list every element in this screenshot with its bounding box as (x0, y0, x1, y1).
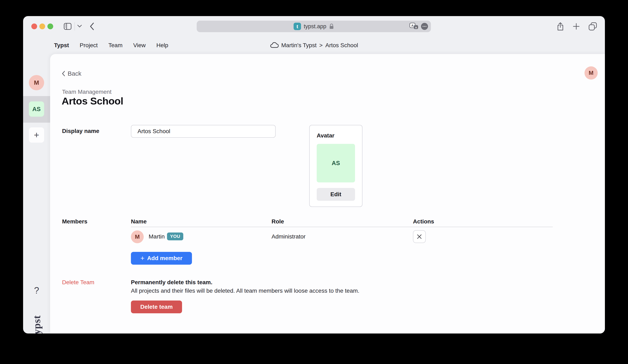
sidebar-toggle-icon[interactable] (64, 23, 72, 30)
lock-icon (329, 23, 334, 29)
sidebar-user-avatar[interactable]: M (29, 75, 44, 90)
member-name: Martin (149, 233, 165, 240)
page-title: Artos School (62, 95, 123, 107)
back-label: Back (68, 70, 81, 77)
toolbar-right-actions (557, 22, 597, 31)
back-link[interactable]: Back (62, 70, 81, 77)
menu-typst[interactable]: Typst (54, 42, 69, 49)
menu-view[interactable]: View (133, 42, 146, 49)
column-header-name: Name (131, 218, 147, 225)
extensions-more-icon[interactable] (421, 23, 428, 30)
minimize-window-button[interactable] (39, 23, 45, 29)
chevron-down-icon[interactable] (77, 25, 82, 28)
avatar-card: Avatar AS Edit (309, 125, 362, 207)
breadcrumb-separator: > (319, 42, 323, 49)
cloud-icon (270, 42, 279, 48)
new-tab-icon[interactable] (573, 23, 580, 30)
delete-team-label: Delete Team (62, 279, 94, 286)
avatar-card-title: Avatar (317, 132, 355, 139)
sidebar-add-team-button[interactable]: + (29, 127, 44, 143)
remove-member-button[interactable] (413, 230, 426, 243)
delete-team-warning-description: All projects and their files will be del… (131, 288, 359, 294)
app-content: M AS + ? typst Back M Team Management Ar… (23, 54, 605, 334)
window-controls (31, 23, 53, 29)
members-label: Members (62, 218, 87, 225)
add-member-button[interactable]: + Add member (131, 252, 192, 265)
account-avatar[interactable]: M (584, 66, 598, 79)
workspace-sidebar: M AS + ? typst (23, 54, 50, 334)
add-member-label: Add member (147, 255, 182, 262)
close-icon (416, 234, 422, 239)
breadcrumb-page[interactable]: Artos School (325, 42, 358, 49)
browser-back-icon[interactable] (89, 22, 94, 30)
column-header-actions: Actions (413, 218, 434, 225)
edit-avatar-button[interactable]: Edit (317, 188, 355, 201)
address-bar-actions: A a (409, 23, 428, 30)
member-avatar: M (131, 230, 144, 243)
section-eyebrow: Team Management (62, 89, 112, 95)
menu-help[interactable]: Help (156, 42, 168, 49)
app-menus: Typst Project Team View Help (54, 42, 168, 49)
display-name-label: Display name (62, 128, 99, 134)
site-favicon: t (294, 23, 301, 30)
app-menu-bar: Typst Project Team View Help Martin's Ty… (23, 37, 605, 54)
plus-icon: + (140, 255, 145, 262)
menu-project[interactable]: Project (80, 42, 98, 49)
typst-logo: typst (26, 311, 47, 334)
sidebar-team-avatar-selected[interactable]: AS (29, 101, 44, 117)
menu-team[interactable]: Team (108, 42, 122, 49)
you-badge: YOU (167, 232, 183, 240)
browser-toolbar: t typst.app A a (23, 16, 605, 37)
help-button[interactable]: ? (23, 285, 50, 295)
breadcrumb-project[interactable]: Martin's Typst (281, 42, 316, 49)
svg-text:a: a (415, 26, 417, 29)
team-avatar-preview: AS (317, 144, 355, 182)
chevron-left-icon (62, 71, 65, 76)
team-management-panel: Back M Team Management Artos School Disp… (50, 54, 605, 334)
delete-team-button[interactable]: Delete team (131, 300, 182, 313)
column-header-role: Role (272, 218, 284, 225)
table-header-divider (131, 227, 553, 227)
close-window-button[interactable] (31, 23, 37, 29)
member-role: Administrator (272, 233, 306, 240)
toolbar-divider (75, 22, 75, 30)
breadcrumb: Martin's Typst > Artos School (270, 42, 358, 49)
tab-overview-icon[interactable] (588, 22, 597, 31)
address-bar-content: t typst.app (294, 23, 334, 30)
display-name-input[interactable] (131, 125, 276, 138)
url-text: typst.app (304, 23, 326, 30)
delete-team-warning-title: Permanently delete this team. (131, 279, 212, 286)
translate-icon[interactable]: A a (409, 23, 418, 30)
address-bar[interactable]: t typst.app A a (197, 21, 431, 32)
share-icon[interactable] (557, 22, 564, 31)
zoom-window-button[interactable] (47, 23, 53, 29)
browser-window: t typst.app A a (23, 16, 605, 334)
svg-text:A: A (411, 24, 414, 27)
